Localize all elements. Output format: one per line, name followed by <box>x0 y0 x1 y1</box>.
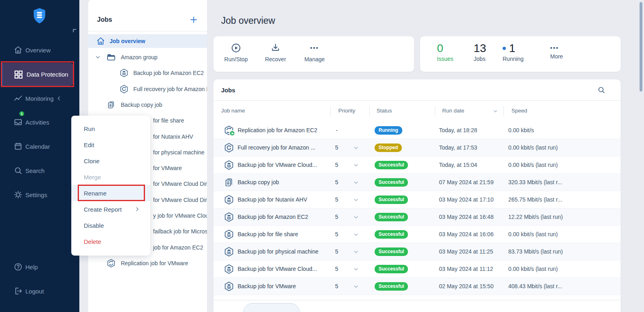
table-row[interactable]: Backup job for physical machine 5 Succes… <box>213 243 621 260</box>
table-row[interactable]: Backup copy job 5 Successful 07 May 2024… <box>213 174 621 191</box>
tree-panel-title: Jobs <box>97 16 112 23</box>
stat-running[interactable]: 1 Running <box>503 42 524 62</box>
menu-item-edit[interactable]: Edit <box>71 137 150 153</box>
table-header-row: Job name Priority Status Run date Speed <box>213 101 621 121</box>
menu-item-clone[interactable]: Clone <box>71 153 150 169</box>
job-name[interactable]: Backup job for VMware Cloud... <box>238 266 317 272</box>
table-row[interactable]: Backup job for Nutanix AHV 5 Successful … <box>213 191 621 208</box>
search-icon[interactable] <box>597 86 605 94</box>
speed: 83.73 Mbit/s (last run) <box>508 248 563 255</box>
sidebar-item-activities[interactable]: 1 Activities <box>0 114 79 130</box>
tree-item-full-recovery-job[interactable]: Full recovery job for Amazon E <box>88 82 207 96</box>
stat-issues[interactable]: 0 Issues <box>437 42 453 62</box>
action-label: Manage <box>304 56 325 62</box>
sidebar-item-label: Help <box>25 264 38 270</box>
priority-dropdown-chevron-icon[interactable] <box>353 249 359 255</box>
tree-item-job-overview[interactable]: Job overview <box>88 34 207 48</box>
recovery-job-icon <box>119 84 129 94</box>
priority-dropdown-chevron-icon[interactable] <box>353 162 359 168</box>
stat-label: Running <box>503 56 524 62</box>
download-icon <box>270 43 281 53</box>
job-name[interactable]: Full recovery job for Amazon ... <box>238 144 315 151</box>
tree-item-label-fragment: y job for VMware Cloud <box>153 212 207 219</box>
table-row[interactable]: Replication job for Amazon EC2 - Running… <box>213 122 621 139</box>
menu-item-rename[interactable]: Rename <box>71 185 150 201</box>
sidebar-item-monitoring[interactable]: Monitoring <box>0 90 79 106</box>
status-badge: Running <box>375 126 402 135</box>
sidebar-item-logout[interactable]: Logout <box>0 283 79 299</box>
tree-item-label: Replication job for VMware <box>121 260 188 266</box>
menu-item-delete[interactable]: Delete <box>71 233 150 250</box>
stat-jobs[interactable]: 13 Jobs <box>474 42 486 62</box>
partial-footer-button[interactable] <box>243 303 300 312</box>
table-row[interactable]: Backup job for VMware 5 Successful 02 Ma… <box>213 278 621 295</box>
job-name[interactable]: Backup job for Amazon EC2 <box>238 214 308 220</box>
sidebar-item-data-protection[interactable]: Data Protection <box>1 63 74 86</box>
column-header-status[interactable]: Status <box>377 108 392 114</box>
priority-dropdown-chevron-icon[interactable] <box>353 145 359 151</box>
tree-item-backup-copy-job[interactable]: Backup copy job <box>88 98 207 111</box>
chevron-left-icon[interactable] <box>56 95 62 102</box>
running-dot-icon <box>503 47 506 50</box>
more-stats-button[interactable]: ••• More <box>550 45 563 60</box>
stat-label: Issues <box>437 56 453 62</box>
sidebar-item-settings[interactable]: Settings <box>0 187 79 203</box>
divider <box>213 300 621 300</box>
sort-chevron-down-icon[interactable] <box>493 108 498 114</box>
vertical-scrollbar-thumb[interactable] <box>640 2 642 92</box>
column-header-run-date[interactable]: Run date <box>442 108 464 114</box>
table-title: Jobs <box>221 87 235 94</box>
priority-value: 5 <box>333 179 341 185</box>
grid-icon <box>14 70 23 79</box>
chevron-down-icon[interactable] <box>95 54 101 60</box>
replication-job-icon <box>106 258 116 268</box>
speed: 0.00 kbit/s (last run) <box>508 231 558 237</box>
table-row[interactable]: Backup job for Amazon EC2 5 Successful 0… <box>213 208 621 226</box>
manage-button[interactable]: ••• Manage <box>295 43 334 62</box>
priority-value: 5 <box>333 144 341 151</box>
job-name[interactable]: Backup job for file share <box>238 231 298 237</box>
stat-label: More <box>550 53 563 60</box>
job-name[interactable]: Backup job for Nutanix AHV <box>238 196 307 203</box>
column-divider <box>330 106 331 116</box>
priority-dropdown-chevron-icon[interactable] <box>353 231 359 238</box>
table-row[interactable]: Backup job for VMware Cloud... 5 Success… <box>213 260 621 278</box>
job-name[interactable]: Backup job for physical machine <box>238 248 319 255</box>
priority-dropdown-chevron-icon[interactable] <box>353 179 359 186</box>
column-header-speed[interactable]: Speed <box>511 108 527 114</box>
sidebar-item-label: Overview <box>25 47 51 54</box>
sidebar-item-overview[interactable]: Overview <box>0 42 79 58</box>
priority-dropdown-chevron-icon[interactable] <box>353 197 359 203</box>
column-header-priority[interactable]: Priority <box>338 108 355 114</box>
speed: 0.00 kbit/s (last run) <box>508 162 558 168</box>
priority-dropdown-chevron-icon[interactable] <box>353 214 359 220</box>
job-name[interactable]: Backup job for VMware <box>238 283 296 289</box>
job-name[interactable]: Backup job for VMware Cloud... <box>238 162 317 168</box>
job-name[interactable]: Replication job for Amazon EC2 <box>238 127 317 133</box>
add-job-plus-icon[interactable] <box>189 15 198 24</box>
run-stop-button[interactable]: Run/Stop <box>217 43 255 62</box>
menu-item-label: Delete <box>84 238 101 245</box>
menu-item-run[interactable]: Run <box>71 121 150 137</box>
sidebar-collapse-corner-icon[interactable] <box>73 29 76 32</box>
table-row[interactable]: Backup job for file share 5 Successful 0… <box>213 226 621 243</box>
column-header-job-name[interactable]: Job name <box>221 108 245 114</box>
job-name[interactable]: Backup copy job <box>238 179 279 185</box>
sidebar-item-calendar[interactable]: Calendar <box>0 138 79 154</box>
speed: 408.43 Mbit/s (last r... <box>508 283 562 289</box>
sidebar-item-search[interactable]: Search <box>0 162 79 179</box>
column-divider <box>435 106 435 116</box>
menu-item-disable[interactable]: Disable <box>71 217 150 233</box>
tree-item-label-fragment: for Nutanix AHV <box>153 133 193 140</box>
recover-button[interactable]: Recover <box>256 43 295 62</box>
tree-item-backup-job-amazon-ec2[interactable]: Backup job for Amazon EC2 <box>88 66 207 79</box>
table-row[interactable]: Backup job for VMware Cloud... 5 Success… <box>213 156 621 174</box>
priority-dropdown-chevron-icon[interactable] <box>353 266 359 272</box>
priority-dropdown-chevron-icon[interactable] <box>353 283 359 290</box>
tree-item-replication-job-vmware[interactable]: Replication job for VMware <box>88 256 207 270</box>
tree-item-amazon-group[interactable]: Amazon group <box>88 50 207 64</box>
table-row[interactable]: Full recovery job for Amazon ... 5 Stopp… <box>213 139 621 156</box>
run-date: 03 May 2024 at 17:10 <box>439 196 493 203</box>
sidebar-item-help[interactable]: Help <box>0 259 79 275</box>
menu-item-create-report[interactable]: Create Report <box>71 201 150 217</box>
